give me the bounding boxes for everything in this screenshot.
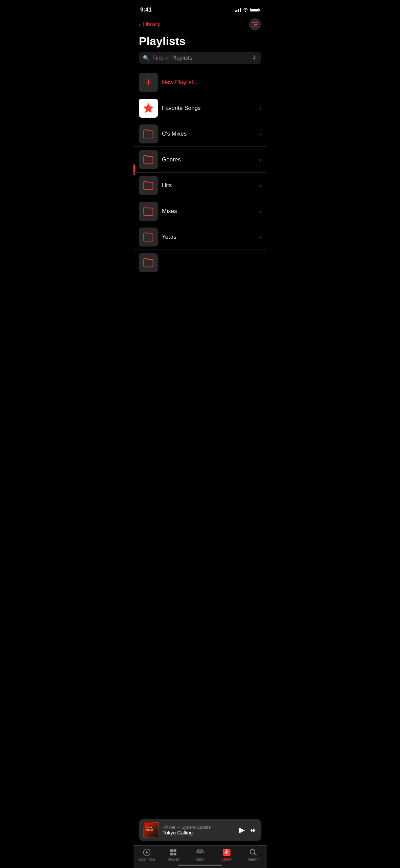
- years-label: Years: [162, 234, 255, 240]
- filter-lines-icon: [252, 22, 258, 26]
- back-chevron-icon: ‹: [139, 21, 141, 28]
- cs-mixes-item[interactable]: C's Mixes ›: [133, 121, 267, 147]
- signal-bars-icon: [235, 8, 241, 12]
- hits-item[interactable]: Hits ›: [133, 173, 267, 198]
- cs-mixes-artwork: [139, 124, 158, 143]
- chevron-right-icon: ›: [259, 105, 261, 111]
- back-button[interactable]: ‹ Library: [139, 21, 160, 28]
- partial-artwork: [139, 253, 158, 272]
- filter-button[interactable]: [249, 18, 261, 31]
- status-bar: 9:41: [133, 0, 267, 17]
- chevron-right-icon: ›: [259, 131, 261, 137]
- hits-artwork: [139, 176, 158, 195]
- cs-mixes-label: C's Mixes: [162, 131, 255, 137]
- battery-icon: [250, 8, 260, 12]
- favorite-songs-label: Favorite Songs: [162, 105, 255, 112]
- hits-label: Hits: [162, 182, 255, 189]
- folder-icon: [143, 180, 154, 191]
- chevron-right-icon: ›: [259, 157, 261, 162]
- genres-item[interactable]: Genres ›: [133, 147, 267, 173]
- folder-icon: [143, 155, 154, 165]
- favorite-songs-artwork: [139, 99, 158, 118]
- status-time: 9:41: [140, 6, 152, 13]
- plus-icon: +: [145, 76, 152, 88]
- chevron-right-icon: ›: [259, 209, 261, 214]
- folder-icon: [143, 258, 154, 268]
- new-playlist-label: New Playlist...: [162, 79, 261, 86]
- search-bar[interactable]: 🔍 Find in Playlists 🎙: [139, 52, 261, 64]
- search-placeholder: Find in Playlists: [152, 55, 249, 61]
- playlist-list: + New Playlist... Favorite Songs › C's M…: [133, 70, 267, 276]
- status-icons: [235, 8, 260, 12]
- microphone-icon[interactable]: 🎙: [252, 55, 257, 61]
- folder-icon: [143, 129, 154, 139]
- mixes-artwork: [139, 202, 158, 221]
- folder-icon: [143, 206, 154, 216]
- new-playlist-item[interactable]: + New Playlist...: [133, 70, 267, 95]
- years-artwork: [139, 228, 158, 246]
- mixes-label: Mixes: [162, 208, 255, 215]
- genres-artwork: [139, 150, 158, 169]
- mixes-item[interactable]: Mixes ›: [133, 198, 267, 224]
- chevron-right-icon: ›: [259, 234, 261, 240]
- new-playlist-artwork: +: [139, 73, 158, 92]
- wifi-icon: [243, 8, 248, 12]
- chevron-right-icon: ›: [259, 183, 261, 188]
- back-label: Library: [143, 21, 160, 28]
- genres-label: Genres: [162, 156, 255, 163]
- nav-bar: ‹ Library: [133, 17, 267, 33]
- search-icon: 🔍: [143, 55, 150, 61]
- folder-icon: [143, 232, 154, 242]
- years-item[interactable]: Years ›: [133, 224, 267, 250]
- favorite-songs-item[interactable]: Favorite Songs ›: [133, 95, 267, 121]
- page-title: Playlists: [133, 33, 267, 52]
- partial-playlist-item[interactable]: [133, 250, 267, 276]
- star-icon: [142, 102, 154, 114]
